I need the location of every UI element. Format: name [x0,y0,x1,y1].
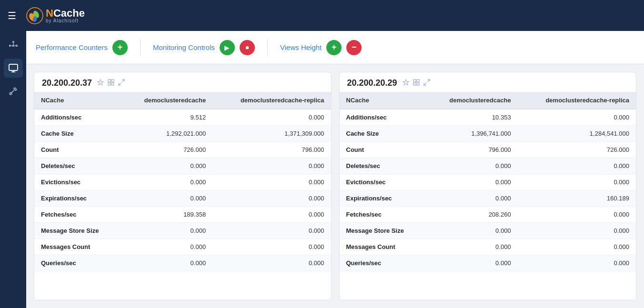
card-action-icons [402,79,431,88]
column-header-2: democlusteredcache-replica [212,92,331,109]
col1-value: 0.000 [426,255,518,271]
column-header-0: NCache [340,92,426,109]
toolbar-divider-1 [140,39,141,56]
col1-value: 0.000 [121,239,212,255]
col1-value: 0.000 [121,190,212,207]
col1-value: 189.358 [121,207,212,223]
col1-value: 0.000 [426,223,518,239]
sidebar-item-monitor[interactable] [4,59,23,78]
col2-value: 0.000 [518,207,636,223]
col1-value: 796.000 [426,142,518,158]
col1-value: 1,396,741.000 [426,126,518,142]
col2-value: 1,371,309.000 [212,126,331,142]
svg-rect-18 [108,83,111,85]
metric-name: Fetches/sec [340,207,426,223]
pin-icon[interactable] [402,79,410,88]
table-row: Fetches/sec189.3580.000 [34,207,331,223]
metric-name: Deletes/sec [340,158,426,174]
metric-name: Cache Size [340,126,426,142]
svg-rect-22 [413,79,416,82]
col2-value: 796.000 [212,142,331,158]
logo-icon [26,7,44,25]
content-area: 20.200.20.37NCachedemoclusteredcachedemo… [26,64,644,308]
svg-rect-12 [9,64,18,70]
table-row: Count726.000796.000 [34,142,331,158]
col1-value: 0.000 [121,223,212,239]
metric-name: Expirations/sec [34,190,121,207]
card-title: 20.200.20.37 [42,78,92,88]
metric-name: Count [340,142,426,158]
svg-rect-23 [417,79,419,82]
col1-value: 0.000 [121,174,212,190]
metric-name: Message Store Size [34,223,121,239]
table-row: Messages Count0.0000.000 [340,239,636,255]
svg-line-26 [427,79,430,82]
table-row: Message Store Size0.0000.000 [340,223,636,239]
col2-value: 0.000 [518,239,636,255]
table-row: Additions/sec10.3530.000 [340,109,636,126]
performance-counters-section: Performance Counters + [36,40,128,55]
metric-name: Additions/sec [340,109,426,126]
table-row: Cache Size1,292,021.0001,371,309.000 [34,126,331,142]
metric-name: Evictions/sec [340,174,426,190]
svg-rect-17 [111,79,114,82]
column-header-0: NCache [34,92,121,109]
col2-value: 0.000 [518,109,636,126]
table-row: Evictions/sec0.0000.000 [34,174,331,190]
metric-name: Deletes/sec [34,158,121,174]
metric-name: Queries/sec [34,255,121,271]
expand-icon[interactable] [107,79,115,88]
logo-name: NCache [46,8,85,19]
table-row: Evictions/sec0.0000.000 [340,174,636,190]
col2-value: 0.000 [212,223,331,239]
decrease-height-button[interactable]: − [346,40,362,55]
stop-button[interactable]: ■ [240,40,255,55]
toolbar-divider-2 [267,39,268,56]
add-performance-counter-button[interactable]: + [112,40,128,55]
table-row: Additions/sec9.5120.000 [34,109,331,126]
svg-rect-4 [12,41,14,43]
col1-value: 1,292,021.000 [121,126,212,142]
col2-value: 0.000 [212,255,331,271]
table-wrapper: NCachedemoclusteredcachedemoclusteredcac… [34,92,331,300]
sidebar-item-dashboard[interactable] [4,36,23,55]
svg-rect-24 [413,83,416,85]
dashboard-icon [8,40,19,50]
col2-value: 0.000 [212,190,331,207]
increase-height-button[interactable]: + [326,40,342,55]
table-row: Expirations/sec0.000160.189 [340,190,636,207]
views-height-section: Views Height + − [280,40,362,55]
col2-value: 726.000 [518,142,636,158]
card-title: 20.200.20.29 [347,78,397,88]
sidebar-item-tools[interactable] [4,81,23,100]
app-layout: Performance Counters + Monitoring Contro… [0,31,644,308]
logo-by: by Alachisoft [46,19,85,23]
navbar: ☰ NCache by Alachisoft [0,0,644,31]
table-row: Cache Size1,396,741.0001,284,541.000 [340,126,636,142]
monitoring-controls-label: Monitoring Controls [153,43,215,51]
table-row: Deletes/sec0.0000.000 [34,158,331,174]
pin-icon[interactable] [97,79,104,88]
card-header: 20.200.20.29 [340,72,636,92]
col2-value: 0.000 [212,158,331,174]
metric-name: Messages Count [34,239,121,255]
expand-icon[interactable] [413,79,420,88]
svg-line-20 [122,79,124,82]
main-content: Performance Counters + Monitoring Contro… [26,31,644,308]
logo-text: NCache by Alachisoft [46,8,85,23]
svg-line-27 [424,83,426,85]
table-row: Message Store Size0.0000.000 [34,223,331,239]
performance-table: NCachedemoclusteredcachedemoclusteredcac… [34,92,331,271]
toolbar: Performance Counters + Monitoring Contro… [26,31,644,64]
menu-icon[interactable]: ☰ [8,10,16,21]
maximize-icon[interactable] [423,79,431,88]
monitor-card-card1: 20.200.20.37NCachedemoclusteredcachedemo… [34,72,332,300]
maximize-icon[interactable] [118,79,125,88]
metric-name: Message Store Size [340,223,426,239]
col1-value: 0.000 [426,190,518,207]
col2-value: 160.189 [518,190,636,207]
play-button[interactable]: ▶ [220,40,235,55]
table-row: Queries/sec0.0000.000 [34,255,331,271]
col2-value: 0.000 [212,239,331,255]
performance-counters-label: Performance Counters [36,43,108,51]
